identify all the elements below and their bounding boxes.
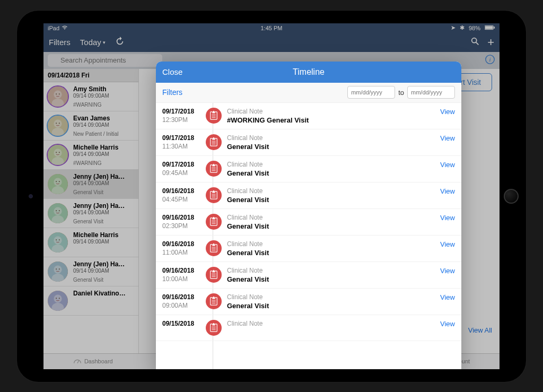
timeline-type: Clinical Note — [227, 320, 435, 327]
timeline-row: 09/17/201811:30AMClinical NoteGeneral Vi… — [156, 129, 461, 156]
view-link[interactable]: View — [440, 320, 455, 328]
modal-filters-link[interactable]: Filters — [162, 88, 182, 97]
timeline-row: 09/16/201810:00AMClinical NoteGeneral Vi… — [156, 262, 461, 289]
timeline-row: 09/16/201811:00AMClinical NoteGeneral Vi… — [156, 236, 461, 262]
view-link[interactable]: View — [440, 108, 455, 116]
timeline-date: 09/15/2018 — [162, 320, 200, 327]
timeline-title: General Visit — [227, 196, 435, 204]
timeline-type: Clinical Note — [227, 108, 435, 115]
clinical-note-icon — [206, 240, 222, 256]
timeline-date: 09/16/201802:30PM — [162, 214, 200, 230]
timeline-date: 09/17/201809:45AM — [162, 161, 200, 177]
timeline-title: General Visit — [227, 143, 435, 151]
clinical-note-icon — [206, 187, 222, 203]
modal-header: Close Timeline — [156, 62, 461, 83]
view-link[interactable]: View — [440, 134, 455, 142]
view-link[interactable]: View — [440, 161, 455, 169]
timeline-type: Clinical Note — [227, 161, 435, 168]
home-button[interactable] — [504, 189, 519, 204]
modal-title: Timeline — [293, 67, 325, 77]
timeline-date: 09/16/201810:00AM — [162, 267, 200, 283]
timeline-date: 09/16/201811:00AM — [162, 240, 200, 256]
clinical-note-icon — [206, 320, 222, 336]
view-link[interactable]: View — [440, 187, 455, 195]
timeline-title: General Visit — [227, 222, 435, 230]
timeline-title: General Visit — [227, 302, 435, 310]
timeline-row: 09/17/201809:45AMClinical NoteGeneral Vi… — [156, 156, 461, 182]
timeline-title: General Visit — [227, 169, 435, 177]
timeline-type: Clinical Note — [227, 293, 435, 301]
clinical-note-icon — [206, 108, 222, 124]
timeline-row: 09/15/2018Clinical NoteView — [156, 315, 461, 341]
timeline-type: Clinical Note — [227, 240, 435, 248]
timeline-row: 09/17/201812:30PMClinical Note#WORKING G… — [156, 103, 461, 129]
timeline-type: Clinical Note — [227, 134, 435, 142]
timeline-row: 09/16/201804:45PMClinical NoteGeneral Vi… — [156, 182, 461, 209]
close-button[interactable]: Close — [162, 67, 182, 76]
timeline-title: #WORKING General Visit — [227, 116, 435, 124]
timeline-title: General Visit — [227, 249, 435, 257]
view-link[interactable]: View — [440, 214, 455, 222]
timeline-date: 09/17/201812:30PM — [162, 108, 200, 124]
clinical-note-icon — [206, 134, 222, 150]
clinical-note-icon — [206, 214, 222, 230]
date-to-input[interactable] — [407, 86, 455, 99]
timeline-date: 09/17/201811:30AM — [162, 134, 200, 150]
view-link[interactable]: View — [440, 267, 455, 275]
timeline-row: 09/16/201809:00AMClinical NoteGeneral Vi… — [156, 289, 461, 315]
timeline-modal: Close Timeline Filters to 09/17/201812:3… — [156, 62, 461, 369]
timeline-title: General Visit — [227, 275, 435, 283]
date-to-label: to — [398, 89, 404, 97]
date-from-input[interactable] — [347, 86, 395, 99]
view-link[interactable]: View — [440, 240, 455, 248]
modal-filter-bar: Filters to — [156, 83, 461, 103]
timeline-date: 09/16/201809:00AM — [162, 293, 200, 309]
timeline-type: Clinical Note — [227, 214, 435, 221]
timeline-type: Clinical Note — [227, 187, 435, 195]
timeline-list[interactable]: 09/17/201812:30PMClinical Note#WORKING G… — [156, 103, 461, 369]
timeline-row: 09/16/201802:30PMClinical NoteGeneral Vi… — [156, 209, 461, 236]
clinical-note-icon — [206, 267, 222, 283]
timeline-type: Clinical Note — [227, 267, 435, 274]
clinical-note-icon — [206, 293, 222, 309]
timeline-date: 09/16/201804:45PM — [162, 187, 200, 203]
clinical-note-icon — [206, 161, 222, 177]
view-link[interactable]: View — [440, 293, 455, 301]
